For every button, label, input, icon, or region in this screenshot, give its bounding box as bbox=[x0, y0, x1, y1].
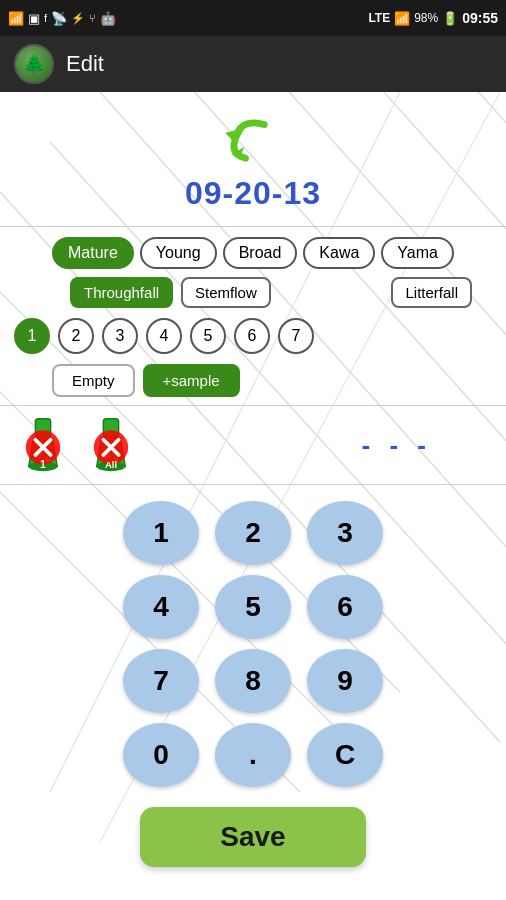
subtab-throughfall[interactable]: Throughfall bbox=[70, 277, 173, 308]
keypad-row-1: 1 2 3 bbox=[123, 501, 383, 565]
keypad-row-2: 4 5 6 bbox=[123, 575, 383, 639]
tab-row: Mature Young Broad Kawa Yama bbox=[38, 227, 468, 275]
tab-broad[interactable]: Broad bbox=[223, 237, 298, 269]
num-2[interactable]: 2 bbox=[58, 318, 94, 354]
battery-label: 98% bbox=[414, 11, 438, 25]
svg-text:All: All bbox=[105, 459, 117, 470]
add-sample-button[interactable]: +sample bbox=[143, 364, 240, 397]
tab-kawa[interactable]: Kawa bbox=[303, 237, 375, 269]
num-4[interactable]: 4 bbox=[146, 318, 182, 354]
key-2[interactable]: 2 bbox=[215, 501, 291, 565]
key-clear[interactable]: C bbox=[307, 723, 383, 787]
signal-icon: 📶 bbox=[394, 11, 410, 26]
key-3[interactable]: 3 bbox=[307, 501, 383, 565]
undo-arrow-icon[interactable] bbox=[223, 112, 283, 167]
dash-display: - - - bbox=[362, 430, 432, 461]
wifi2-icon: 📡 bbox=[51, 11, 67, 26]
keypad: 1 2 3 4 5 6 7 8 9 0 . C bbox=[0, 485, 506, 797]
save-section: Save bbox=[0, 797, 506, 867]
key-dot[interactable]: . bbox=[215, 723, 291, 787]
status-icons-right: LTE 📶 98% 🔋 09:55 bbox=[368, 10, 498, 26]
num-3[interactable]: 3 bbox=[102, 318, 138, 354]
num-1[interactable]: 1 bbox=[14, 318, 50, 354]
lte-label: LTE bbox=[368, 11, 390, 25]
android-icon: 🤖 bbox=[100, 11, 116, 26]
status-bar: 📶 ▣ f 📡 ⚡ ⑂ 🤖 LTE 📶 98% 🔋 09:55 bbox=[0, 0, 506, 36]
key-0[interactable]: 0 bbox=[123, 723, 199, 787]
num-7[interactable]: 7 bbox=[278, 318, 314, 354]
delete-flask-1[interactable]: 1 bbox=[14, 414, 72, 476]
delete-flask-all[interactable]: All bbox=[82, 414, 140, 476]
title-bar: 🌲 Edit bbox=[0, 36, 506, 92]
delete-section: 1 All - - - bbox=[0, 405, 506, 485]
key-6[interactable]: 6 bbox=[307, 575, 383, 639]
undo-section bbox=[223, 112, 283, 171]
sample-row: Empty +sample bbox=[0, 362, 506, 405]
fb-icon: f bbox=[44, 12, 47, 24]
svg-text:1: 1 bbox=[40, 459, 46, 470]
key-7[interactable]: 7 bbox=[123, 649, 199, 713]
num-6[interactable]: 6 bbox=[234, 318, 270, 354]
time-display: 09:55 bbox=[462, 10, 498, 26]
key-1[interactable]: 1 bbox=[123, 501, 199, 565]
page-title: Edit bbox=[66, 51, 104, 77]
save-button[interactable]: Save bbox=[140, 807, 365, 867]
sim-icon: 📶 bbox=[8, 11, 24, 26]
wifi-icon: ▣ bbox=[28, 11, 40, 26]
empty-button[interactable]: Empty bbox=[52, 364, 135, 397]
subtab-litterfall[interactable]: Litterfall bbox=[391, 277, 472, 308]
key-8[interactable]: 8 bbox=[215, 649, 291, 713]
main-content: 09-20-13 Mature Young Broad Kawa Yama Th… bbox=[0, 92, 506, 900]
date-display: 09-20-13 bbox=[185, 175, 321, 212]
usb-icon: ⚡ bbox=[71, 12, 85, 25]
sub-tab-row: Throughfall Stemflow Litterfall bbox=[0, 275, 506, 316]
app-icon: 🌲 bbox=[14, 44, 54, 84]
status-icons-left: 📶 ▣ f 📡 ⚡ ⑂ 🤖 bbox=[8, 11, 116, 26]
tab-mature[interactable]: Mature bbox=[52, 237, 134, 269]
usb2-icon: ⑂ bbox=[89, 12, 96, 24]
number-row: 1 2 3 4 5 6 7 bbox=[0, 316, 506, 362]
content-area: 09-20-13 Mature Young Broad Kawa Yama Th… bbox=[0, 92, 506, 867]
key-5[interactable]: 5 bbox=[215, 575, 291, 639]
subtab-stemflow[interactable]: Stemflow bbox=[181, 277, 271, 308]
key-4[interactable]: 4 bbox=[123, 575, 199, 639]
tab-young[interactable]: Young bbox=[140, 237, 217, 269]
keypad-row-4: 0 . C bbox=[123, 723, 383, 787]
battery-icon: 🔋 bbox=[442, 11, 458, 26]
num-5[interactable]: 5 bbox=[190, 318, 226, 354]
key-9[interactable]: 9 bbox=[307, 649, 383, 713]
tab-yama[interactable]: Yama bbox=[381, 237, 454, 269]
keypad-row-3: 7 8 9 bbox=[123, 649, 383, 713]
